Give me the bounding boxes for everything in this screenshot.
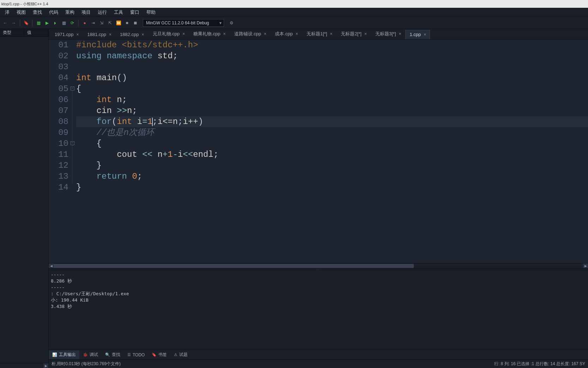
fold-column[interactable]: − − [71,40,76,263]
tab-icon: 🐞 [83,352,88,357]
tab-icon: ⚠ [174,352,177,357]
line-number: 14 [49,182,68,193]
bottom-tab[interactable]: 🔍查找 [102,350,124,359]
title-bar: ktop/1.cpp - 小熊猫C++ 1.4 [0,0,588,8]
tab-label: 成本.cpp [275,31,293,37]
scroll-thumb[interactable] [54,264,414,268]
console-line: 3.438 秒 [51,303,586,310]
close-icon[interactable]: × [295,31,299,36]
step-over-button[interactable]: ⇥ [89,19,97,27]
close-icon[interactable]: × [398,31,402,36]
stop-button[interactable]: ■ [123,19,131,27]
compile-button[interactable]: ▦ [35,19,42,27]
forward-button[interactable]: → [10,19,18,27]
tab-label: 元旦礼物.cpp [153,31,180,37]
console-line: : C:/Users/王彬/Desktop/1.exe [51,291,586,297]
close-icon[interactable]: × [263,31,267,36]
line-number: 01 [49,40,68,51]
sp-hscroll[interactable]: ▶ [0,363,48,368]
menu-run[interactable]: 运行 [94,8,110,17]
menu-view[interactable]: 视图 [13,8,29,17]
tab-label: 调试 [90,352,98,358]
tab-label: 试题 [179,352,188,358]
menu-refactor[interactable]: 重构 [62,8,78,17]
line-number: 08 [49,116,68,127]
back-button[interactable]: ← [1,19,9,27]
editor-tab[interactable]: 1882.cpp× [115,30,148,39]
step-into-button[interactable]: ⇲ [98,19,105,27]
editor-tab[interactable]: 道路铺设.cpp× [230,29,271,39]
menu-bar: 泽 视图 查找 代码 重构 项目 运行 工具 窗口 帮助 [0,8,588,17]
tab-label: 书签 [158,352,167,358]
tab-label: 无标题3[*] [375,31,396,37]
line-gutter: 0102030405060708091011121314 [49,40,71,263]
rebuild-button[interactable]: ▦ [60,19,68,27]
bottom-tab[interactable]: 📊工具输出 [49,350,79,359]
close-icon[interactable]: × [223,31,226,36]
close-icon[interactable]: × [423,32,427,37]
menu-window[interactable]: 窗口 [127,8,143,17]
tab-label: TODO [133,352,145,357]
sp-scroll-right-icon[interactable]: ▶ [43,363,48,368]
editor-tab[interactable]: 元旦礼物.cpp× [148,29,189,39]
menu-project[interactable]: 项目 [78,8,94,17]
tab-label: 道路铺设.cpp [234,31,261,37]
menu-code[interactable]: 代码 [46,8,62,17]
editor-tab[interactable]: 1881.cpp× [83,30,116,39]
compiler-selector[interactable]: MinGW GCC 11.2.0 64-bit Debug [143,19,224,27]
tab-label: 查找 [112,352,120,358]
menu-tools[interactable]: 工具 [110,8,127,17]
bottom-tab[interactable]: ☰TODO [124,351,148,359]
console-line: 小: 190.44 KiB [51,297,586,303]
close-icon[interactable]: × [329,31,333,36]
editor-tab[interactable]: 无标题2[*]× [336,29,371,39]
code-editor[interactable]: 0102030405060708091011121314 − − #includ… [49,40,588,263]
bottom-tab[interactable]: 🔖书签 [148,350,170,359]
bottom-tab[interactable]: ⚠试题 [170,350,191,359]
bottom-tab[interactable]: 🐞调试 [79,350,102,359]
menu-help[interactable]: 帮助 [143,8,159,17]
step-out-button[interactable]: ⇱ [106,19,114,27]
side-panel: 类型 值 ▶ [0,29,49,368]
line-number: 09 [49,127,68,138]
close-icon[interactable]: × [76,32,80,37]
code-lines[interactable]: #include <bits/stdc++.h> using namespace… [76,40,588,263]
scroll-left-icon[interactable]: ◀ [49,263,54,268]
fold-icon[interactable]: − [71,141,74,145]
menu-file[interactable]: 泽 [1,8,13,17]
toolbar: ← → 🔖 ▦ ▶ ⏵ ▦ ⟳ ● ⇥ ⇲ ⇱ ⏩ ■ ⏹ MinGW GCC … [0,17,588,29]
tab-label: 工具输出 [59,352,76,358]
scroll-right-icon[interactable]: ▶ [583,263,588,268]
close-icon[interactable]: × [141,32,145,37]
close-icon[interactable]: × [108,32,112,37]
run-button[interactable]: ▶ [43,19,51,27]
close-icon[interactable]: × [182,31,186,36]
line-number: 06 [49,94,68,105]
editor-tab[interactable]: 无标题1[*]× [302,29,337,39]
restart-button[interactable]: ⏹ [132,19,139,27]
compile-run-button[interactable]: ⏵ [51,19,59,27]
close-icon[interactable]: × [364,31,368,36]
sp-col-type[interactable]: 类型 [0,29,24,36]
sp-col-value[interactable]: 值 [24,29,49,36]
title-text: ktop/1.cpp - 小熊猫C++ 1.4 [1,1,48,7]
editor-tab[interactable]: 1971.cpp× [50,30,83,39]
bookmark-icon[interactable]: 🔖 [22,19,30,27]
bottom-tabbar: 📊工具输出🐞调试🔍查找☰TODO🔖书签⚠试题 [49,350,588,360]
line-number: 03 [49,61,68,72]
tab-label: 1.cpp [410,32,421,37]
editor-tab[interactable]: 1.cpp× [405,30,430,39]
status-left: 析,用时0.013秒 (每秒230.769个文件) [51,361,494,367]
menu-search[interactable]: 查找 [29,8,46,17]
editor-hscroll[interactable]: ◀ ▶ [49,263,588,268]
fold-icon[interactable]: − [71,87,74,90]
editor-tab[interactable]: 糖果礼物.cpp× [189,29,230,39]
debug-button[interactable]: ● [81,19,89,27]
continue-button[interactable]: ⏩ [115,19,122,27]
settings-button[interactable]: ⚙ [228,19,235,27]
sp-body [0,37,48,363]
console-output[interactable]: -----8.286 秒-----: C:/Users/王彬/Desktop/1… [49,270,588,350]
rebuild-all-button[interactable]: ⟳ [68,19,76,27]
editor-tab[interactable]: 成本.cpp× [270,29,302,39]
editor-tab[interactable]: 无标题3[*]× [371,29,405,39]
